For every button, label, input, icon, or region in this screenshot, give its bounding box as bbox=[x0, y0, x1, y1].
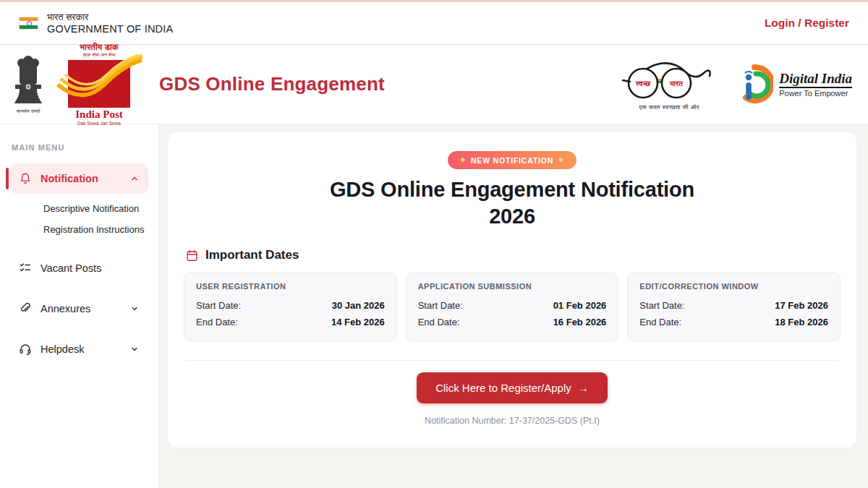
date-card-application-submission: APPLICATION SUBMISSION Start Date:01 Feb… bbox=[406, 273, 619, 341]
badge-label: NEW NOTIFICATION bbox=[471, 156, 553, 165]
end-date-label: End Date: bbox=[639, 317, 681, 328]
start-date-label: Start Date: bbox=[196, 300, 241, 311]
start-date-label: Start Date: bbox=[418, 300, 463, 311]
register-apply-button[interactable]: Click Here to Register/Apply → bbox=[417, 372, 608, 403]
start-date-value: 17 Feb 2026 bbox=[775, 300, 828, 311]
national-emblem-icon bbox=[12, 54, 44, 108]
sidebar-item-registration-instructions[interactable]: Registration Instructions bbox=[43, 219, 148, 240]
chevron-up-icon bbox=[129, 174, 140, 184]
digital-india-tagline: Power To Empower bbox=[779, 89, 852, 98]
india-post-hindi-name: भारतीय डाक bbox=[55, 43, 143, 52]
sidebar-item-helpdesk[interactable]: Helpdesk bbox=[10, 334, 148, 364]
sidebar-item-label: Helpdesk bbox=[41, 343, 121, 355]
sidebar-item-label: Vacant Posts bbox=[41, 262, 140, 274]
national-emblem-logo: सत्यमेव जयते bbox=[6, 54, 51, 114]
bell-icon bbox=[19, 172, 32, 185]
chevron-down-icon bbox=[129, 304, 140, 314]
government-title: GOVERNMENT OF INDIA bbox=[47, 23, 173, 35]
sparkle-icon: ✦ bbox=[558, 155, 565, 165]
end-date-label: End Date: bbox=[196, 317, 238, 328]
page-title: GDS Online Engagement Notification 2026 bbox=[310, 176, 715, 229]
india-flag-icon bbox=[19, 17, 38, 30]
sidebar-item-label: Notification bbox=[41, 173, 121, 184]
digital-india-name: Digital India bbox=[779, 71, 852, 88]
sidebar: MAIN MENU Notification Descriptive Notif… bbox=[0, 124, 159, 488]
sidebar-section-label: MAIN MENU bbox=[12, 143, 148, 152]
sparkle-icon: ✦ bbox=[459, 155, 467, 165]
new-notification-badge: ✦ NEW NOTIFICATION ✦ bbox=[448, 151, 576, 169]
notification-number: Notification Number: 17-37/2025-GDS (Pt.… bbox=[184, 416, 841, 426]
date-card-title: USER REGISTRATION bbox=[196, 282, 385, 291]
top-government-bar: भारत सरकार GOVERNMENT OF INDIA Login / R… bbox=[0, 0, 868, 45]
sidebar-item-descriptive-notification[interactable]: Descriptive Notification bbox=[43, 198, 148, 219]
date-card-title: APPLICATION SUBMISSION bbox=[418, 282, 607, 291]
svg-text:स्वच्छ: स्वच्छ bbox=[635, 80, 651, 87]
login-register-link[interactable]: Login / Register bbox=[765, 17, 849, 30]
arrow-right-icon: → bbox=[578, 382, 589, 394]
end-date-value: 16 Feb 2026 bbox=[553, 317, 607, 328]
india-post-tagline: Dak Sewa Jan Sewa bbox=[55, 121, 143, 126]
start-date-value: 01 Feb 2026 bbox=[553, 300, 607, 311]
swachh-bharat-logo: स्वच्छ भारत एक कदम स्वच्छता की ओर bbox=[618, 57, 720, 111]
notification-card: ✦ NEW NOTIFICATION ✦ GDS Online Engageme… bbox=[168, 132, 856, 448]
start-date-label: Start Date: bbox=[639, 300, 684, 311]
date-card-edit-correction-window: EDIT/CORRECTION WINDOW Start Date:17 Feb… bbox=[627, 273, 841, 341]
chevron-down-icon bbox=[129, 344, 140, 354]
sidebar-item-annexures[interactable]: Annexures bbox=[10, 294, 148, 324]
emblem-caption: सत्यमेव जयते bbox=[6, 108, 51, 114]
headset-icon bbox=[19, 343, 32, 356]
sidebar-item-label: Annexures bbox=[41, 303, 121, 314]
end-date-value: 18 Feb 2026 bbox=[775, 317, 828, 328]
end-date-label: End Date: bbox=[418, 317, 460, 328]
app-title: GDS Online Engagement bbox=[159, 73, 385, 95]
end-date-value: 14 Feb 2026 bbox=[331, 317, 385, 328]
digital-india-logo: Digital India Power To Empower bbox=[740, 64, 852, 106]
start-date-value: 30 Jan 2026 bbox=[332, 300, 385, 311]
important-dates-heading: Important Dates bbox=[205, 248, 299, 262]
india-post-envelope-icon bbox=[55, 54, 143, 114]
date-card-user-registration: USER REGISTRATION Start Date:30 Jan 2026… bbox=[184, 273, 397, 341]
svg-text:भारत: भारत bbox=[669, 80, 683, 87]
swachh-bharat-glasses-icon: स्वच्छ भारत bbox=[618, 57, 720, 105]
date-card-title: EDIT/CORRECTION WINDOW bbox=[639, 282, 828, 291]
sidebar-item-notification[interactable]: Notification bbox=[10, 163, 148, 194]
swachh-bharat-caption: एक कदम स्वच्छता की ओर bbox=[618, 103, 720, 111]
notification-submenu: Descriptive Notification Registration In… bbox=[10, 194, 148, 243]
checklist-icon bbox=[19, 262, 32, 275]
important-dates-cards: USER REGISTRATION Start Date:30 Jan 2026… bbox=[184, 273, 841, 341]
calendar-icon bbox=[185, 249, 199, 262]
sidebar-item-vacant-posts[interactable]: Vacant Posts bbox=[10, 253, 148, 283]
paperclip-icon bbox=[19, 302, 32, 315]
main-content-area: ✦ NEW NOTIFICATION ✦ GDS Online Engageme… bbox=[159, 124, 868, 488]
india-post-logo: भारतीय डाक डाक सेवा-जन सेवा India Post D… bbox=[55, 43, 143, 126]
register-apply-label: Click Here to Register/Apply bbox=[435, 382, 571, 394]
digital-india-mark-icon bbox=[740, 64, 773, 106]
app-header: सत्यमेव जयते भारतीय डाक डाक सेवा-जन सेवा… bbox=[0, 45, 868, 124]
government-title-hindi: भारत सरकार bbox=[47, 12, 173, 23]
divider bbox=[185, 360, 839, 361]
government-identity: भारत सरकार GOVERNMENT OF INDIA bbox=[19, 12, 173, 35]
